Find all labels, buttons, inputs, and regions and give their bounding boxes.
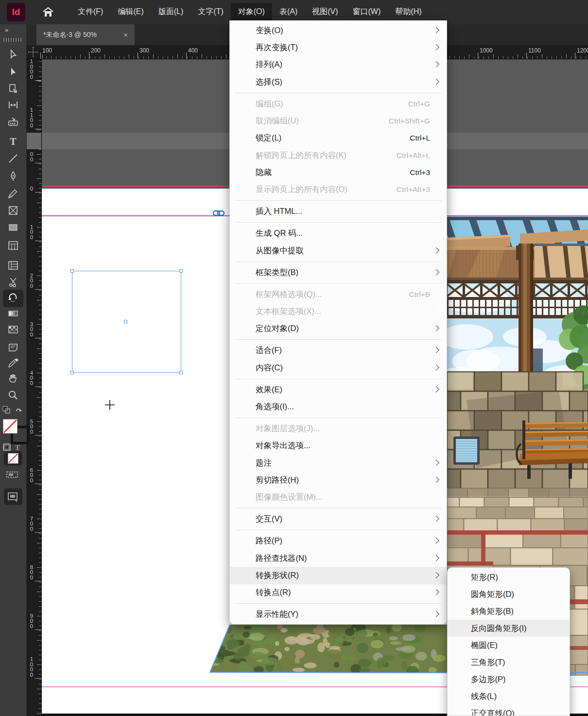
submenu-item[interactable]: 正交直线(O)	[448, 705, 570, 716]
gradient-feather-tool[interactable]	[7, 323, 19, 338]
fill-stroke-swatches[interactable]	[3, 419, 25, 441]
menu-item[interactable]: 定位对象(D)	[230, 320, 447, 337]
menubar-item-6[interactable]: 表(A)	[272, 3, 305, 20]
scissors-tool[interactable]	[7, 276, 19, 290]
menu-item[interactable]: 路径(P)	[230, 533, 447, 550]
menu-item[interactable]: 转换点(R)	[230, 584, 447, 601]
type-tool[interactable]: T	[7, 135, 19, 150]
menu-item-label: 内容(C)	[256, 363, 283, 373]
menu-item-label: 转换形状(R)	[256, 570, 299, 581]
placed-image-grass-corner[interactable]	[209, 624, 448, 674]
menubar-item-2[interactable]: 编辑(E)	[110, 3, 151, 20]
gradient-swatch-tool[interactable]	[7, 307, 19, 322]
hand-tool[interactable]	[7, 372, 19, 386]
menu-item[interactable]: 题注	[230, 454, 447, 472]
submenu-arrow-icon	[433, 459, 439, 466]
line-tool[interactable]	[7, 152, 19, 167]
menu-item-label: 题注	[256, 458, 272, 469]
ruler-label: 1 0 0 0	[29, 657, 34, 677]
menubar-item-4[interactable]: 文字(T)	[190, 3, 230, 20]
menu-item-label: 对象导出选项...	[256, 440, 311, 451]
document-tab[interactable]: *未命名-3 @ 50% ×	[36, 24, 135, 45]
free-transform-tool[interactable]	[7, 291, 19, 306]
menu-separator	[235, 603, 442, 604]
menu-item[interactable]: 路径查找器(N)	[230, 550, 447, 567]
direct-selection-tool[interactable]	[7, 66, 19, 80]
gap-tool[interactable]	[7, 99, 19, 113]
menu-item[interactable]: 剪切路径(H)	[230, 472, 447, 489]
menu-item[interactable]: 内容(C)	[230, 359, 447, 376]
menubar-item-5[interactable]: 对象(O)	[231, 3, 272, 20]
page-tool[interactable]	[7, 83, 19, 97]
menubar-item-3[interactable]: 版面(L)	[151, 3, 191, 20]
swap-fill-stroke-icon[interactable]	[2, 404, 24, 418]
pen-tool[interactable]	[7, 170, 19, 185]
handle-top-right[interactable]	[179, 269, 183, 273]
link-icon[interactable]	[212, 209, 225, 217]
menu-separator	[235, 93, 442, 93]
submenu-arrow-icon	[433, 572, 439, 578]
menu-item[interactable]: 框架类型(B)	[230, 264, 447, 281]
submenu-item[interactable]: 线条(L)	[448, 688, 570, 705]
view-options-icon[interactable]	[3, 470, 22, 481]
submenu-item[interactable]: 三角形(T)	[448, 654, 570, 671]
horizontal-grid-tool[interactable]	[7, 239, 19, 254]
submenu-item[interactable]: 矩形(R)	[448, 569, 570, 586]
menu-item[interactable]: 交互(V)	[230, 511, 447, 528]
frame-tool[interactable]	[7, 204, 19, 219]
menu-item-label: 转换点(R)	[256, 587, 291, 598]
menu-item[interactable]: 从图像中提取	[230, 242, 447, 259]
apply-none-button[interactable]	[4, 451, 22, 466]
submenu-item[interactable]: 多边形(P)	[448, 671, 570, 688]
menu-item[interactable]: 显示性能(Y)	[230, 606, 447, 623]
menu-item[interactable]: 变换(O)	[230, 22, 447, 39]
ruler-label: 1000	[480, 47, 493, 54]
pencil-tool[interactable]	[7, 187, 19, 202]
app-logo[interactable]: Id	[7, 3, 25, 21]
submenu-arrow-icon	[433, 516, 439, 522]
menubar-item-8[interactable]: 窗口(W)	[346, 3, 388, 20]
menu-item[interactable]: 效果(E)	[230, 381, 447, 398]
selection-tool[interactable]	[7, 48, 19, 63]
menu-item[interactable]: 选择(S)	[230, 73, 447, 90]
eyedropper-tool[interactable]	[7, 356, 19, 371]
zoom-tool[interactable]	[7, 389, 19, 403]
menu-item-label: 再次变换(T)	[256, 42, 298, 53]
menu-item[interactable]: 对象导出选项...	[230, 437, 447, 454]
ruler-label: 400	[188, 47, 198, 54]
rectangle-tool[interactable]	[7, 221, 19, 236]
menu-item[interactable]: 生成 QR 码...	[230, 225, 447, 242]
center-anchor-point[interactable]	[124, 320, 127, 323]
menu-item: 文本框架选项(X)...	[230, 303, 447, 320]
panel-collapse-icon[interactable]: »	[5, 26, 7, 34]
handle-bottom-right[interactable]	[179, 371, 183, 374]
tab-close-icon[interactable]: ×	[123, 31, 128, 39]
submenu-item[interactable]: 圆角矩形(D)	[448, 586, 570, 603]
menu-item-label: 角选项(I)...	[256, 402, 294, 412]
vertical-grid-tool[interactable]	[7, 259, 19, 274]
menubar-item-9[interactable]: 帮助(H)	[388, 3, 429, 20]
menubar-item-1[interactable]: 文件(F)	[70, 3, 110, 20]
note-tool[interactable]	[7, 342, 19, 356]
submenu-item[interactable]: 反向圆角矩形(I)	[448, 620, 570, 637]
handle-top-left[interactable]	[70, 269, 74, 273]
menu-item[interactable]: 排列(A)	[230, 56, 447, 73]
menu-item[interactable]: 转换形状(R)	[230, 567, 447, 584]
menu-item[interactable]: 插入 HTML...	[230, 203, 447, 220]
ruler-corner[interactable]	[27, 45, 40, 59]
submenu-arrow-icon	[433, 44, 439, 51]
menu-item[interactable]: 适合(F)	[230, 342, 447, 359]
menubar-item-7[interactable]: 视图(V)	[305, 3, 345, 20]
menu-item[interactable]: 再次变换(T)	[230, 39, 447, 56]
submenu-item[interactable]: 斜角矩形(B)	[448, 603, 570, 620]
menu-item[interactable]: 隐藏Ctrl+3	[230, 164, 447, 181]
submenu-item[interactable]: 椭圆(E)	[448, 637, 570, 654]
screen-mode-button[interactable]	[4, 489, 22, 505]
menu-item[interactable]: 锁定(L)Ctrl+L	[230, 130, 447, 147]
content-collector-tool[interactable]	[7, 116, 19, 130]
handle-bottom-left[interactable]	[70, 371, 74, 374]
menu-item-label: 插入 HTML...	[256, 206, 302, 217]
menu-separator	[235, 262, 442, 262]
home-icon[interactable]	[42, 6, 54, 18]
menu-item[interactable]: 角选项(I)...	[230, 398, 447, 415]
